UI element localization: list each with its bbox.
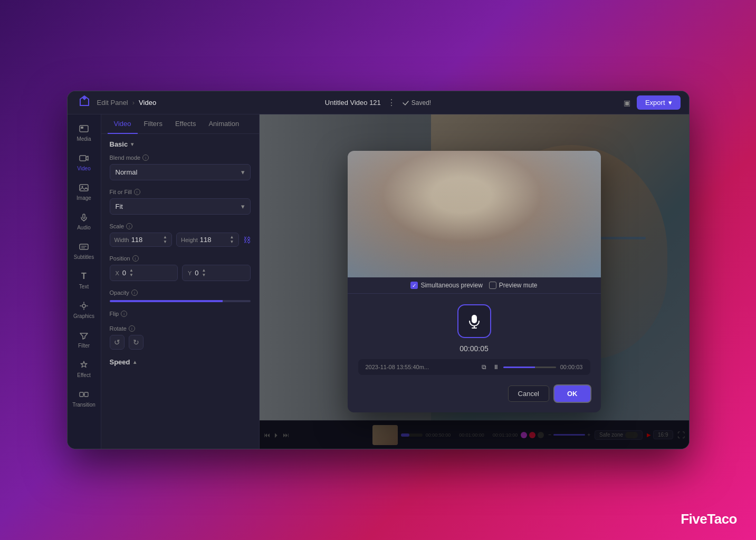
svg-point-12 — [82, 304, 85, 307]
flip-label: Flip i — [110, 311, 251, 317]
project-title[interactable]: Untitled Video 121 — [325, 99, 381, 107]
fit-fill-chevron-icon: ▾ — [241, 202, 245, 210]
sidebar-item-filter[interactable]: Filter — [69, 325, 99, 353]
height-up-arrow[interactable]: ▲ — [230, 235, 234, 239]
opacity-slider[interactable] — [110, 300, 251, 302]
opacity-info-icon: i — [131, 290, 138, 296]
recording-slider[interactable] — [503, 367, 556, 368]
width-input-group[interactable]: Width 118 ▲ ▼ — [110, 233, 173, 247]
breadcrumb-parent[interactable]: Edit Panel — [97, 99, 128, 107]
rotate-ccw-button[interactable]: ↺ — [110, 335, 125, 350]
rotate-field: Rotate i ↺ ↻ — [110, 325, 251, 350]
height-label: Height — [181, 237, 198, 243]
sidebar-item-graphics[interactable]: Graphics — [69, 296, 99, 323]
x-up-arrow[interactable]: ▲ — [129, 268, 133, 273]
dialog-preview-image — [348, 151, 601, 277]
opacity-label: Opacity i — [110, 290, 251, 296]
effect-label: Effect — [77, 372, 90, 378]
fit-fill-info-icon: i — [134, 189, 140, 195]
brand-part2: Taco — [707, 511, 737, 527]
y-stepper[interactable]: ▲ ▼ — [202, 268, 206, 277]
svg-rect-2 — [80, 126, 88, 132]
basic-section-header[interactable]: Basic ▾ — [110, 140, 251, 148]
filter-label: Filter — [78, 343, 90, 349]
tab-effects[interactable]: Effects — [169, 114, 203, 134]
copy-icon[interactable]: ⧉ — [482, 363, 486, 371]
recording-dialog: ✕ ✓ Simultaneous preview Preview m — [348, 151, 601, 412]
transition-label: Transition — [72, 402, 95, 408]
x-down-arrow[interactable]: ▼ — [129, 273, 133, 277]
y-up-arrow[interactable]: ▲ — [202, 268, 206, 273]
width-down-arrow[interactable]: ▼ — [163, 240, 167, 244]
recording-controls: ⏸ 00:00:03 — [493, 363, 583, 371]
x-stepper[interactable]: ▲ ▼ — [129, 268, 133, 277]
media-icon — [78, 123, 90, 134]
cancel-button[interactable]: Cancel — [508, 385, 549, 402]
screen-icon[interactable]: ▣ — [624, 99, 630, 107]
transition-icon — [78, 389, 90, 400]
panel-content: Basic ▾ Blend mode i Normal ▾ — [101, 134, 259, 449]
height-stepper[interactable]: ▲ ▼ — [230, 235, 234, 244]
svg-rect-5 — [80, 185, 88, 191]
dialog-overlay: ✕ ✓ Simultaneous preview Preview m — [260, 114, 689, 449]
height-input-group[interactable]: Height 118 ▲ ▼ — [176, 233, 239, 247]
simultaneous-preview-label: Simultaneous preview — [420, 282, 482, 289]
width-stepper[interactable]: ▲ ▼ — [163, 235, 167, 244]
mic-icon — [466, 313, 483, 330]
scale-field: Scale i Width 118 ▲ ▼ H — [110, 223, 251, 247]
breadcrumb-separator: › — [132, 99, 135, 107]
fit-fill-input[interactable]: Fit ▾ — [110, 198, 251, 215]
speed-section-header[interactable]: Speed ▴ — [110, 358, 251, 366]
dialog-preview-frame — [348, 151, 601, 277]
text-label: Text — [79, 284, 89, 290]
y-input-group[interactable]: Y 0 ▲ ▼ — [182, 265, 251, 281]
effect-icon — [78, 359, 90, 371]
speed-chevron-icon: ▴ — [133, 359, 136, 365]
tab-video[interactable]: Video — [108, 114, 138, 134]
sidebar-item-video[interactable]: Video — [69, 148, 99, 176]
video-icon — [78, 152, 90, 164]
image-label: Image — [76, 195, 91, 201]
blend-mode-label: Blend mode i — [110, 155, 251, 161]
y-label: Y — [188, 270, 192, 276]
sidebar-item-audio[interactable]: Audio — [69, 207, 99, 235]
sidebar-item-transition[interactable]: Transition — [69, 384, 99, 412]
simultaneous-preview-checkbox[interactable]: ✓ Simultaneous preview — [410, 282, 482, 289]
tab-filters[interactable]: Filters — [138, 114, 169, 134]
scale-info-icon: i — [126, 223, 132, 229]
rotate-label: Rotate i — [110, 325, 251, 332]
top-bar-right: ▣ Export ▾ — [431, 95, 680, 110]
rotate-cw-button[interactable]: ↻ — [129, 335, 143, 350]
svg-point-6 — [82, 186, 83, 188]
breadcrumb-area: Edit Panel › Video — [76, 92, 325, 113]
x-input-group[interactable]: X 0 ▲ ▼ — [110, 265, 178, 281]
blend-mode-input[interactable]: Normal ▾ — [110, 164, 251, 180]
sidebar-item-image[interactable]: Image — [69, 178, 99, 205]
ok-button[interactable]: OK — [554, 385, 590, 402]
export-button[interactable]: Export ▾ — [637, 95, 681, 110]
recording-info: 2023-11-08 13:55:40m... ⧉ ⏸ 00:00:03 — [358, 359, 590, 375]
image-icon — [78, 182, 90, 194]
position-label: Position i — [110, 255, 251, 262]
link-scale-icon[interactable]: ⛓ — [243, 236, 251, 244]
sidebar-item-media[interactable]: Media — [69, 119, 99, 146]
dialog-actions: Cancel OK — [348, 385, 601, 412]
preview-mute-checkbox[interactable]: Preview mute — [489, 282, 538, 289]
y-down-arrow[interactable]: ▼ — [202, 273, 206, 277]
y-value: 0 — [195, 269, 198, 277]
breadcrumb-current: Video — [139, 99, 156, 107]
sidebar-item-text[interactable]: T Text — [69, 266, 99, 294]
media-label: Media — [76, 136, 91, 142]
tab-animation[interactable]: Animation — [202, 114, 245, 134]
more-options-icon[interactable]: ⋮ — [387, 98, 396, 108]
sidebar-item-subtitles[interactable]: Subtitles — [69, 237, 99, 264]
height-down-arrow[interactable]: ▼ — [230, 240, 234, 244]
text-icon: T — [78, 271, 90, 282]
width-up-arrow[interactable]: ▲ — [163, 235, 167, 239]
recording-date: 2023-11-08 13:55:40m... — [366, 364, 475, 370]
position-field: Position i X 0 ▲ ▼ Y — [110, 255, 251, 281]
recording-pause-icon[interactable]: ⏸ — [493, 363, 499, 371]
sidebar-item-effect[interactable]: Effect — [69, 355, 99, 382]
brand-logo: FiveTaco — [681, 511, 737, 527]
mute-checkbox-icon — [489, 282, 496, 289]
